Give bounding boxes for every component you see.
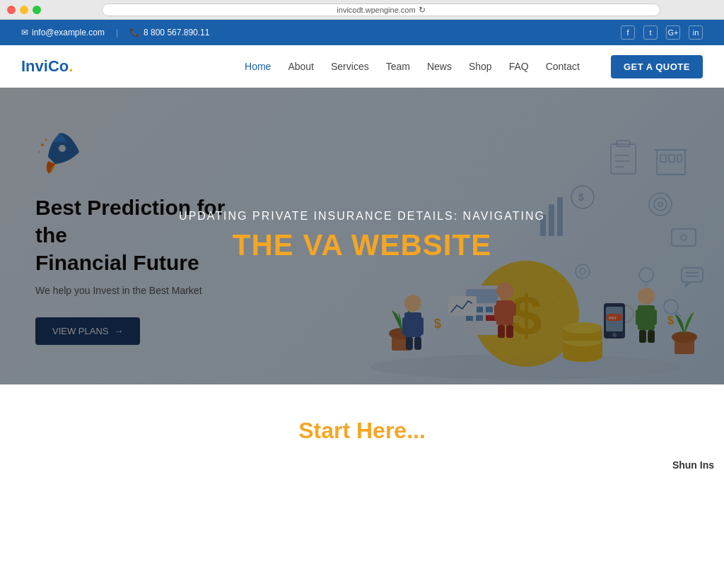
refresh-icon[interactable]: ↻	[419, 5, 426, 15]
watermark-text: Shun Ins	[672, 459, 714, 471]
logo-accent: Co	[48, 57, 69, 75]
social-googleplus[interactable]: G+	[666, 25, 680, 40]
bottom-section: Start Here... Shun Ins	[0, 384, 724, 476]
watermark: Shun Ins	[662, 454, 724, 476]
nav-about[interactable]: About	[288, 61, 314, 72]
nav-news[interactable]: News	[427, 61, 452, 72]
top-bar: ✉ info@example.com | 📞 8 800 567.890.11 …	[0, 20, 724, 45]
email-text: info@example.com	[32, 28, 105, 37]
logo-main: Invi	[21, 57, 48, 75]
article-overlay: Updating Private Insurance Details: Navi…	[0, 88, 724, 384]
hero-section: $ $	[0, 88, 724, 384]
browser-dot-red[interactable]	[7, 6, 16, 14]
overlay-title: THE VA WEBSITE	[233, 228, 491, 262]
get-quote-button[interactable]: GET A QUOTE	[611, 55, 703, 78]
phone-text: 8 800 567.890.11	[144, 28, 209, 37]
top-bar-right: f t G+ in	[621, 25, 703, 40]
start-here-dots: ...	[407, 418, 426, 443]
phone-icon: 📞	[129, 28, 140, 37]
nav-team[interactable]: Team	[386, 61, 410, 72]
nav-home[interactable]: Home	[245, 61, 271, 72]
email-icon: ✉	[21, 28, 28, 37]
email-info: ✉ info@example.com	[21, 28, 105, 37]
overlay-subtitle: Updating Private Insurance Details: Navi…	[179, 210, 545, 223]
social-linkedin[interactable]: in	[689, 25, 703, 40]
nav-faq[interactable]: FAQ	[509, 61, 529, 72]
phone-info: 📞 8 800 567.890.11	[129, 28, 209, 37]
navigation: InviCo. Home About Services Team News Sh…	[0, 45, 724, 88]
nav-services[interactable]: Services	[331, 61, 369, 72]
url-text: invicodt.wpengine.com	[337, 6, 415, 14]
top-bar-left: ✉ info@example.com | 📞 8 800 567.890.11	[21, 28, 621, 37]
start-here-text: Start Here...	[298, 418, 426, 444]
browser-chrome: invicodt.wpengine.com ↻	[0, 0, 724, 20]
social-twitter[interactable]: t	[643, 25, 658, 40]
browser-dot-yellow[interactable]	[20, 6, 28, 14]
nav-contact[interactable]: Contact	[546, 61, 580, 72]
divider: |	[116, 28, 118, 37]
url-bar[interactable]: invicodt.wpengine.com ↻	[102, 4, 660, 16]
nav-links: Home About Services Team News Shop FAQ C…	[245, 55, 703, 78]
nav-shop[interactable]: Shop	[469, 61, 492, 72]
logo-dot: .	[69, 57, 73, 75]
browser-dot-green[interactable]	[33, 6, 41, 14]
start-here-label: Start Here	[298, 418, 407, 443]
social-facebook[interactable]: f	[621, 25, 635, 40]
logo: InviCo.	[21, 57, 73, 76]
